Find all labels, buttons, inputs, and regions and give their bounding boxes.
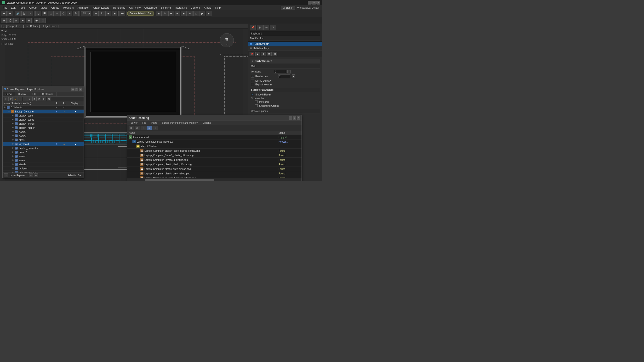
quick-render-button[interactable]: ⊛ (206, 11, 212, 16)
at-header[interactable]: Asset Tracking — □ ✕ (127, 115, 302, 121)
menu-modifiers[interactable]: Modifiers (61, 6, 76, 9)
at-maximize-button[interactable]: □ (293, 116, 296, 120)
at-minimize-button[interactable]: — (289, 116, 292, 120)
mod-configure-button[interactable]: ⚙ (272, 52, 277, 56)
edit-named-sel-button[interactable]: ⊟ (26, 18, 32, 23)
se-collapse-button[interactable]: ⊟ (37, 97, 42, 101)
percent-snap-button[interactable]: % (14, 18, 19, 23)
footer-icon2[interactable]: ⊞ (34, 173, 38, 177)
align-button[interactable]: ⊫ (162, 11, 168, 16)
material-editor-button[interactable]: ◈ (187, 11, 193, 16)
iterations-input[interactable] (274, 70, 286, 73)
menu-customize[interactable]: Customize (142, 6, 159, 9)
list-item[interactable]: 👁 M frame1 (3, 130, 84, 134)
se-lock-button[interactable]: 🔒 (13, 97, 18, 101)
menu-file[interactable]: File (1, 6, 9, 9)
at-list-item[interactable]: 🖼 Laptop_Computer_plastic_black_diffuse.… (127, 162, 302, 167)
menu-arnold[interactable]: Arnold (202, 6, 214, 9)
footer-icon1[interactable]: ≡ (29, 173, 33, 177)
undo-button[interactable]: ↩ (1, 11, 7, 16)
at-list-view-button[interactable]: ≡ (146, 126, 152, 130)
modifier-turbosmooth[interactable]: TurboSmooth (248, 42, 322, 46)
paint-sel-button[interactable]: ✎ (73, 11, 78, 16)
tab-edit[interactable]: Edit (29, 92, 39, 96)
list-item[interactable]: 👁 M usb_connectors (3, 171, 84, 173)
footer-new-layer-button[interactable]: + (4, 173, 8, 177)
smoothing-groups-checkbox[interactable] (255, 104, 258, 107)
link-button[interactable]: 🔗 (15, 11, 21, 16)
schematic-view-button[interactable]: ⊞ (181, 11, 186, 16)
select-rotate-button[interactable]: ↻ (99, 11, 105, 16)
select-place-button[interactable]: ⊞ (112, 11, 117, 16)
list-item[interactable]: 👁 M keyboard ❄ → ● (3, 142, 84, 146)
list-item[interactable]: 👁 M screen (3, 154, 84, 158)
smooth-result-checkbox[interactable] (251, 93, 254, 96)
at-server-button[interactable]: ⊠ (128, 126, 134, 130)
minimize-button[interactable]: — (308, 1, 312, 4)
menu-civil-view[interactable]: Civil View (127, 6, 142, 9)
list-item[interactable]: 👁 M display_case2 (3, 118, 84, 122)
at-list-item[interactable]: V Autodesk Vault Logged... (127, 135, 302, 139)
at-add-button[interactable]: + (140, 126, 146, 130)
mod-move-up-button[interactable]: ▲ (255, 52, 260, 56)
rp-settings-button[interactable]: ⚙ (257, 25, 262, 30)
menu-views[interactable]: Views (38, 6, 49, 9)
list-item[interactable]: 👁 M Laptop_Computer (3, 146, 84, 150)
mirror-button[interactable]: ⊟ (156, 11, 162, 16)
at-list-item[interactable]: 3 Laptop_Computer_max_vray.max Networ... (127, 139, 302, 144)
menu-rendering[interactable]: Rendering (111, 6, 128, 9)
list-item[interactable]: 👁 M power2 (3, 150, 84, 154)
mod-delete-button[interactable]: 🗑 (267, 52, 272, 56)
se-options-button[interactable]: ⊡ (47, 97, 51, 101)
list-item[interactable]: 👁 M screw (3, 158, 84, 162)
render-iters-checkbox[interactable] (251, 75, 254, 78)
at-menu-paths[interactable]: Paths (149, 121, 160, 125)
se-close-button[interactable]: ✕ (4, 97, 8, 101)
list-item[interactable]: 👁 M display_rubber (3, 126, 84, 130)
lasso-sel-button[interactable]: ∿ (66, 11, 72, 16)
angle-snap-button[interactable]: ∡ (7, 18, 13, 23)
at-menu-file[interactable]: File (140, 121, 148, 125)
display-floater-button[interactable]: ⊡ (40, 18, 46, 23)
sign-in-button[interactable]: ⬡ Sign In (281, 6, 295, 10)
scene-explorer-list[interactable]: 👁 L 0 (default) ✓ ✓ 👁 G Laptop_Computer … (3, 105, 84, 173)
at-window-buttons[interactable]: — □ ✕ (289, 116, 300, 120)
menu-tools[interactable]: Tools (18, 6, 28, 9)
explorer-window-buttons[interactable]: — □ ✕ (71, 88, 82, 91)
tab-select[interactable]: Select (3, 92, 15, 96)
list-item[interactable]: 👁 L 0 (default) ✓ ✓ (3, 105, 84, 110)
render-iters-spinner[interactable]: ▲ (292, 74, 295, 78)
list-item[interactable]: 👁 M frame2 (3, 134, 84, 138)
explorer-maximize-button[interactable]: □ (75, 88, 78, 91)
explicit-normals-checkbox[interactable] (251, 83, 254, 86)
menu-animation[interactable]: Animation (76, 6, 91, 9)
at-scroll-thumb[interactable] (145, 179, 214, 181)
at-list-item[interactable]: 🖼 Laptop_Computer_frame1_plastic_diffuse… (127, 153, 302, 158)
reference-coord-button[interactable]: ⊷ (120, 11, 125, 16)
layer-button[interactable]: ⊕ (168, 11, 174, 16)
select-move-button[interactable]: ✛ (93, 11, 99, 16)
list-item[interactable]: 👁 M display_case (3, 114, 84, 118)
at-list-item[interactable]: 🖼 Laptop_Computer_plastic_grey_diffuse.p… (127, 167, 302, 171)
se-sort-button[interactable]: ↕ (23, 97, 27, 101)
mod-move-down-button[interactable]: ▼ (261, 52, 266, 56)
circular-sel-button[interactable]: ○ (54, 11, 60, 16)
title-controls[interactable]: — □ ✕ (308, 1, 320, 4)
at-info-button[interactable]: ℹ (152, 126, 158, 130)
redo-button[interactable]: ↪ (7, 11, 13, 16)
menu-group[interactable]: Group (27, 6, 38, 9)
list-item[interactable]: 👁 M display_fixings (3, 122, 84, 126)
isolate-sel-button[interactable]: ◉ (34, 18, 40, 23)
render-setup-button[interactable]: ⊡ (193, 11, 199, 16)
at-menu-options[interactable]: Options (200, 121, 213, 125)
at-menu-server[interactable]: Server (128, 121, 140, 125)
maximize-button[interactable]: □ (312, 1, 316, 4)
menu-content[interactable]: Content (189, 6, 202, 9)
menu-create[interactable]: Create (49, 6, 61, 9)
list-item[interactable]: 👁 G Laptop_Computer ❄ → ● (3, 110, 84, 114)
bind-space-warp-button[interactable]: ~ (28, 11, 33, 16)
at-list[interactable]: V Autodesk Vault Logged... 3 Laptop_Comp… (127, 135, 302, 178)
tab-display[interactable]: Display (15, 92, 29, 96)
list-item[interactable]: 👁 M stands (3, 162, 84, 167)
isoline-checkbox[interactable] (251, 79, 254, 82)
